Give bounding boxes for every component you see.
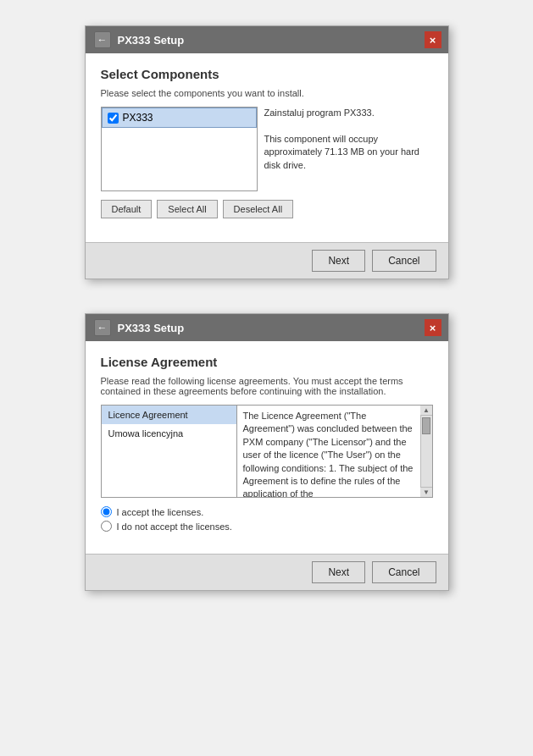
- deselect-all-button[interactable]: Deselect All: [223, 200, 293, 218]
- component-checkbox-px333[interactable]: [108, 113, 119, 124]
- button-row-left: Default Select All Deselect All: [101, 200, 433, 218]
- radio-accept[interactable]: [101, 506, 112, 517]
- components-layout: PX333 Zainstaluj program PX333. This com…: [101, 107, 433, 191]
- radio-decline-label: I do not accept the licenses.: [117, 521, 232, 532]
- dialog1-subtitle: Please select the components you want to…: [101, 88, 433, 98]
- select-all-button[interactable]: Select All: [157, 200, 217, 218]
- component-item-px333[interactable]: PX333: [102, 108, 257, 128]
- license-list-item-1[interactable]: Licence Agreement: [102, 406, 236, 424]
- license-content: The Licence Agreement ("The Agreement") …: [237, 406, 420, 497]
- radio-decline-item: I do not accept the licenses.: [101, 521, 433, 532]
- radio-accept-item: I accept the licenses.: [101, 506, 433, 517]
- next-button-1[interactable]: Next: [312, 250, 365, 272]
- license-scrollbar[interactable]: ▲ ▼: [420, 406, 432, 497]
- back-button-2[interactable]: ←: [94, 319, 111, 336]
- license-text: The Licence Agreement ("The Agreement") …: [243, 411, 414, 497]
- desc-line2: This component will occupy approximately…: [264, 133, 433, 172]
- component-label-px333: PX333: [123, 112, 153, 124]
- scroll-up-btn[interactable]: ▲: [420, 406, 432, 416]
- titlebar-1: ← PX333 Setup: [86, 26, 448, 53]
- dialog2-title: PX333 Setup: [118, 322, 440, 334]
- desc-line1: Zainstaluj program PX333.: [264, 107, 433, 119]
- component-description: Zainstaluj program PX333. This component…: [264, 107, 433, 191]
- dialog1-section-title: Select Components: [101, 67, 433, 81]
- license-list-item-2[interactable]: Umowa licencyjna: [102, 424, 236, 443]
- dialog2-body: License Agreement Please read the follow…: [86, 341, 448, 554]
- dialog1-footer: Next Cancel: [86, 242, 448, 279]
- scroll-down-btn[interactable]: ▼: [420, 487, 432, 497]
- cancel-button-1[interactable]: Cancel: [372, 250, 436, 272]
- cancel-button-2[interactable]: Cancel: [372, 561, 436, 583]
- titlebar-2: ← PX333 Setup: [86, 314, 448, 341]
- dialog1-title: PX333 Setup: [118, 34, 440, 47]
- radio-accept-label: I accept the licenses.: [117, 507, 204, 517]
- dialog2-section-title: License Agreement: [101, 355, 433, 369]
- components-list[interactable]: PX333: [101, 107, 258, 191]
- license-list[interactable]: Licence Agreement Umowa licencyjna: [102, 406, 237, 497]
- select-components-dialog: ← PX333 Setup × Select Components Please…: [85, 25, 449, 279]
- back-button-1[interactable]: ←: [94, 31, 111, 48]
- default-button[interactable]: Default: [101, 200, 153, 218]
- radio-group: I accept the licenses. I do not accept t…: [101, 506, 433, 532]
- dialog2-footer: Next Cancel: [86, 554, 448, 590]
- close-button-1[interactable]: ×: [425, 31, 441, 48]
- close-button-2[interactable]: ×: [425, 319, 441, 336]
- radio-decline[interactable]: [101, 521, 112, 532]
- license-layout: Licence Agreement Umowa licencyjna The L…: [101, 405, 433, 498]
- next-button-2[interactable]: Next: [312, 561, 365, 583]
- scrollbar-thumb[interactable]: [422, 417, 430, 434]
- dialog2-subtitle: Please read the following license agreem…: [101, 376, 433, 396]
- dialog1-body: Select Components Please select the comp…: [86, 53, 448, 242]
- license-agreement-dialog: ← PX333 Setup × License Agreement Please…: [85, 313, 449, 591]
